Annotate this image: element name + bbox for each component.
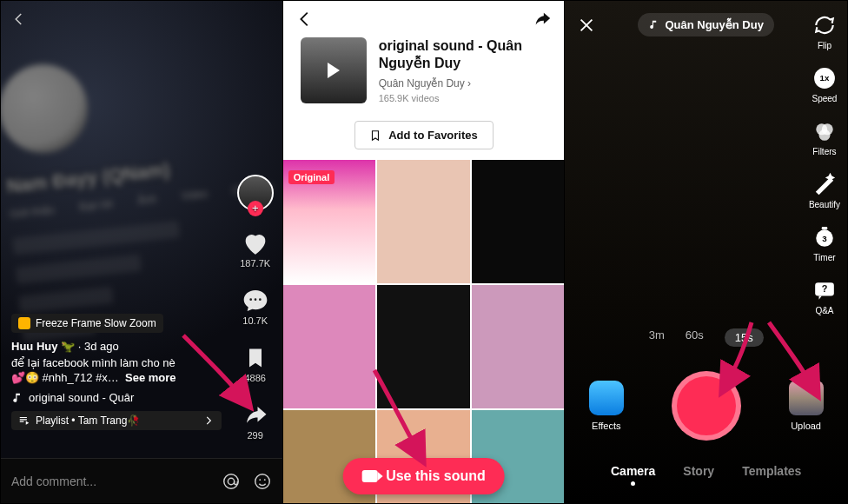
svg-text:3: 3 — [822, 234, 827, 243]
tiktok-feed-panel: Nam Đayy (QNam) Giới thiệu Bạn bè Ảnh Vi… — [1, 1, 283, 503]
video-thumb[interactable] — [377, 285, 470, 408]
speed-icon: 1x — [813, 67, 836, 90]
original-badge: Original — [288, 170, 335, 184]
fb-tab: Ảnh — [137, 193, 157, 206]
camera-mode-tabs: Camera Story Templates — [565, 464, 847, 486]
video-thumb[interactable] — [377, 160, 470, 283]
comment-icon — [242, 287, 269, 315]
heart-icon — [241, 229, 270, 258]
svg-point-2 — [259, 298, 262, 301]
sound-video-count: 165.9K videos — [379, 93, 547, 103]
svg-point-3 — [223, 474, 238, 488]
share-count: 299 — [247, 430, 262, 441]
duration-60s[interactable]: 60s — [686, 328, 704, 347]
play-icon — [301, 37, 367, 103]
record-shutter-button[interactable] — [672, 371, 741, 441]
flip-tool[interactable]: Flip — [812, 13, 837, 50]
mode-camera[interactable]: Camera — [611, 464, 655, 486]
svg-point-7 — [264, 479, 266, 481]
svg-point-5 — [255, 474, 269, 488]
feed-top-nav — [11, 11, 27, 27]
timer-tool[interactable]: 3Timer — [812, 225, 837, 262]
playlist-pill[interactable]: Playlist • Tam Trang🥀 — [11, 411, 222, 430]
playlist-icon — [18, 414, 30, 427]
sound-page-panel: original sound - Quân Nguyễn Duy Quân Ng… — [283, 1, 566, 503]
comment-input-bar: Add comment... — [1, 458, 282, 503]
svg-point-6 — [259, 479, 261, 481]
filters-icon — [813, 120, 836, 143]
fb-tab: Video — [181, 188, 209, 202]
sound-artist-link[interactable]: Quân Nguyễn Duy › — [379, 77, 547, 90]
sound-header: original sound - Quân Nguyễn Duy Quân Ng… — [283, 37, 565, 116]
upload-thumb-icon — [789, 381, 824, 415]
bookmark-icon — [369, 129, 381, 142]
fb-avatar-blur — [1, 60, 92, 157]
use-this-sound-button[interactable]: Use this sound — [342, 458, 505, 494]
sound-marquee[interactable]: original sound - Quâr — [11, 391, 222, 404]
music-note-icon — [11, 392, 23, 404]
beautify-tool[interactable]: Beautify — [809, 172, 840, 209]
svg-text:?: ? — [822, 283, 828, 294]
fb-tab: Bạn bè — [79, 197, 114, 212]
qa-tool[interactable]: ?Q&A — [812, 278, 837, 315]
effect-pill[interactable]: Freeze Frame Slow Zoom — [11, 314, 163, 333]
video-caption: Freeze Frame Slow Zoom Huu Huy 🦖 · 3d ag… — [11, 314, 222, 430]
share-button[interactable]: 299 — [241, 401, 270, 441]
sound-video-grid — [283, 160, 565, 503]
comment-input[interactable]: Add comment... — [11, 474, 209, 488]
effect-icon — [18, 317, 30, 329]
mode-story[interactable]: Story — [683, 464, 714, 486]
upload-button[interactable]: Upload — [789, 381, 824, 431]
author-username[interactable]: Huu Huy 🦖 — [11, 340, 75, 353]
svg-rect-14 — [822, 227, 828, 229]
back-arrow-icon[interactable] — [11, 11, 27, 27]
tutorial-triptych: Nam Đayy (QNam) Giới thiệu Bạn bè Ảnh Vi… — [0, 0, 848, 504]
timer-icon: 3 — [813, 226, 836, 249]
fb-tab: Giới thiệu — [10, 203, 56, 220]
svg-point-4 — [228, 478, 234, 484]
like-button[interactable]: 187.7K — [240, 229, 270, 269]
author-avatar-button[interactable]: + — [237, 175, 274, 211]
filters-tool[interactable]: Filters — [812, 119, 837, 156]
music-note-icon — [648, 19, 659, 30]
save-count: 4886 — [244, 373, 265, 383]
sound-artwork[interactable] — [301, 37, 367, 103]
speed-tool[interactable]: 1xSpeed — [812, 66, 837, 103]
duration-selector: 3m 60s 15s — [565, 328, 847, 347]
mention-icon[interactable] — [222, 472, 241, 491]
effects-icon — [589, 381, 624, 415]
see-more-button[interactable]: See more — [125, 371, 176, 384]
close-icon[interactable] — [577, 16, 596, 35]
comment-count: 10.7K — [242, 315, 268, 326]
qa-icon: ? — [813, 279, 836, 302]
share-icon[interactable] — [533, 10, 552, 29]
camera-tool-rail: Flip 1xSpeed Filters Beautify 3Timer ?Q&… — [809, 13, 840, 315]
video-description[interactable]: để lại facebook mình làm cho nè 💕😳 #nhh_… — [11, 356, 222, 386]
flip-icon — [813, 14, 836, 36]
svg-point-12 — [818, 129, 830, 141]
bookmark-icon — [243, 346, 268, 370]
duration-15s[interactable]: 15s — [725, 328, 764, 347]
video-thumb[interactable] — [472, 285, 565, 408]
sound-title: original sound - Quân Nguyễn Duy — [379, 37, 547, 72]
share-arrow-icon — [242, 402, 268, 428]
video-thumb[interactable] — [472, 160, 565, 283]
selected-sound-pill[interactable]: Quân Nguyễn Duy — [638, 13, 773, 36]
feed-action-sidebar: + 187.7K 10.7K 4886 299 — [237, 175, 274, 493]
video-thumb[interactable] — [283, 285, 376, 408]
mode-templates[interactable]: Templates — [742, 464, 801, 486]
follow-plus-icon[interactable]: + — [248, 201, 263, 216]
post-time: 3d ago — [84, 340, 119, 353]
svg-point-1 — [254, 298, 256, 301]
duration-3m[interactable]: 3m — [649, 328, 665, 347]
add-to-favorites-button[interactable]: Add to Favorites — [354, 121, 494, 149]
save-button[interactable]: 4886 — [241, 343, 270, 383]
emoji-icon[interactable] — [253, 472, 272, 491]
effects-button[interactable]: Effects — [589, 381, 624, 431]
video-camera-icon — [361, 470, 377, 482]
like-count: 187.7K — [240, 258, 270, 269]
svg-point-0 — [249, 298, 252, 301]
comment-button[interactable]: 10.7K — [241, 286, 270, 326]
chevron-right-icon — [202, 414, 215, 427]
back-arrow-icon[interactable] — [295, 10, 315, 29]
